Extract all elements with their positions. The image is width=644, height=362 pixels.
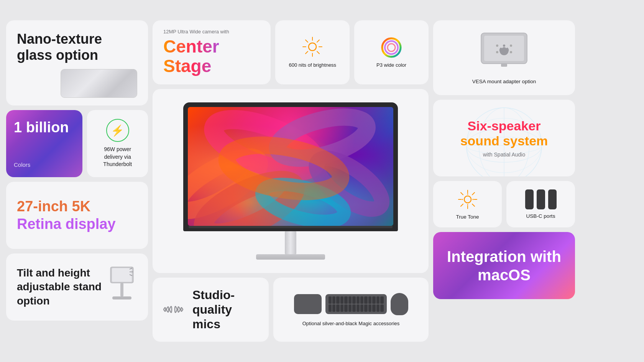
left-column: Nano-texture glass option 1 billion Colo… bbox=[6, 20, 148, 341]
key bbox=[380, 304, 383, 312]
key bbox=[368, 296, 371, 304]
lightning-icon: ⚡ bbox=[106, 119, 129, 142]
key bbox=[329, 304, 332, 312]
svg-line-12 bbox=[306, 40, 308, 42]
sun-brightness-icon bbox=[301, 36, 324, 58]
key bbox=[352, 304, 355, 312]
svg-point-51 bbox=[467, 204, 468, 206]
trackpad-icon bbox=[294, 294, 322, 314]
key bbox=[364, 296, 367, 304]
svg-point-52 bbox=[462, 199, 463, 200]
tilt-stand-card: Tilt and height adjustable stand option bbox=[6, 253, 148, 321]
nano-texture-card: Nano-texture glass option bbox=[6, 20, 148, 105]
p3-color-card: P3 wide color bbox=[354, 20, 429, 84]
svg-line-48 bbox=[472, 193, 475, 195]
key bbox=[332, 304, 335, 312]
svg-point-33 bbox=[510, 51, 512, 53]
tilt-title: Tilt and height adjustable stand option bbox=[17, 266, 107, 308]
center-stage-subtitle: 12MP Ultra Wide camera with bbox=[163, 29, 260, 35]
key bbox=[356, 304, 360, 312]
key bbox=[360, 304, 363, 312]
key bbox=[360, 296, 363, 304]
keyboard-icon bbox=[325, 294, 387, 314]
billion-number: 1 billion bbox=[14, 119, 75, 136]
svg-point-41 bbox=[464, 196, 471, 203]
center-stage-card: 12MP Ultra Wide camera with Center Stage bbox=[153, 20, 271, 84]
right-bottom-row: True Tone USB-C ports bbox=[433, 181, 575, 227]
p3-text: P3 wide color bbox=[376, 62, 406, 68]
usbc-port-3 bbox=[548, 189, 557, 209]
key bbox=[336, 304, 339, 312]
center-top-row: 12MP Ultra Wide camera with Center Stage bbox=[153, 20, 429, 84]
center-stage-title: Center Stage bbox=[163, 37, 260, 76]
key bbox=[372, 304, 375, 312]
svg-rect-2 bbox=[120, 283, 123, 296]
svg-line-49 bbox=[461, 204, 463, 206]
monitor-wrapper bbox=[183, 102, 398, 260]
stand-icon bbox=[107, 266, 137, 308]
monitor-stand-neck bbox=[285, 231, 296, 254]
screen-artwork bbox=[188, 107, 393, 226]
key bbox=[348, 296, 352, 304]
studio-mic-title: Studio-quality mics bbox=[192, 288, 260, 332]
svg-line-13 bbox=[317, 51, 319, 54]
integration-title: Integration with macOS bbox=[444, 247, 564, 284]
key bbox=[329, 296, 332, 304]
mic-waves-icon bbox=[162, 298, 185, 321]
brightness-card: 600 nits of brightness bbox=[275, 20, 350, 84]
vesa-monitor-icon bbox=[477, 31, 531, 73]
vesa-text: VESA mount adapter option bbox=[472, 79, 536, 84]
vesa-card: VESA mount adapter option bbox=[433, 20, 575, 95]
key bbox=[340, 296, 343, 304]
key bbox=[352, 296, 355, 304]
svg-point-30 bbox=[496, 44, 498, 47]
vesa-monitor-svg bbox=[477, 31, 531, 73]
monitor-display-card bbox=[153, 89, 429, 273]
power-text: 96W power delivery via Thunderbolt bbox=[94, 146, 141, 168]
monitor-screen bbox=[188, 107, 393, 226]
nano-texture-preview bbox=[61, 69, 137, 98]
key bbox=[332, 296, 335, 304]
speaker-card: Six-speaker sound system with Spatial Au… bbox=[433, 100, 575, 176]
key bbox=[348, 304, 352, 312]
studio-mic-card: Studio-quality mics bbox=[153, 278, 269, 342]
key bbox=[336, 296, 339, 304]
true-tone-card: True Tone bbox=[433, 181, 502, 227]
retina-title: 27-inch 5K Retina display bbox=[17, 198, 116, 233]
svg-rect-3 bbox=[112, 296, 131, 299]
svg-point-32 bbox=[496, 51, 498, 53]
svg-rect-1 bbox=[112, 268, 132, 282]
accessories-text: Optional silver-and-black Magic accessor… bbox=[302, 321, 400, 326]
key bbox=[376, 296, 380, 304]
mouse-icon bbox=[391, 293, 408, 315]
billion-power-row: 1 billion Colors ⚡ 96W power delivery vi… bbox=[6, 110, 148, 177]
right-column: VESA mount adapter option Six-speaker so… bbox=[433, 20, 575, 341]
usbc-ports-icon bbox=[525, 189, 557, 209]
svg-line-47 bbox=[472, 204, 475, 206]
monitor-stand-base bbox=[256, 254, 325, 260]
svg-point-17 bbox=[385, 41, 398, 54]
billion-label: Colors bbox=[14, 161, 75, 168]
speaker-title-orange: sound system bbox=[460, 133, 548, 148]
key bbox=[356, 296, 360, 304]
true-tone-sun-icon bbox=[457, 189, 478, 210]
monitor-frame bbox=[183, 102, 398, 231]
center-column: 12MP Ultra Wide camera with Center Stage bbox=[153, 20, 429, 341]
svg-line-46 bbox=[461, 193, 463, 195]
brightness-text: 600 nits of brightness bbox=[289, 62, 337, 69]
usbc-text: USB-C ports bbox=[526, 213, 555, 219]
svg-point-18 bbox=[388, 44, 395, 51]
retina-27inch: 27-inch 5K bbox=[17, 198, 90, 214]
speaker-title: Six-speaker sound system bbox=[460, 118, 548, 148]
svg-point-28 bbox=[503, 44, 505, 47]
svg-point-7 bbox=[309, 43, 316, 51]
accessories-icons bbox=[294, 293, 408, 315]
speaker-subtitle: with Spatial Audio bbox=[483, 151, 526, 158]
power-delivery-card: ⚡ 96W power delivery via Thunderbolt bbox=[87, 110, 148, 177]
true-tone-text: True Tone bbox=[456, 214, 479, 220]
key bbox=[344, 296, 347, 304]
key bbox=[364, 304, 367, 312]
speaker-title-pink: Six-speaker bbox=[468, 118, 541, 133]
usbc-card: USB-C ports bbox=[506, 181, 575, 227]
usbc-port-1 bbox=[525, 189, 534, 209]
